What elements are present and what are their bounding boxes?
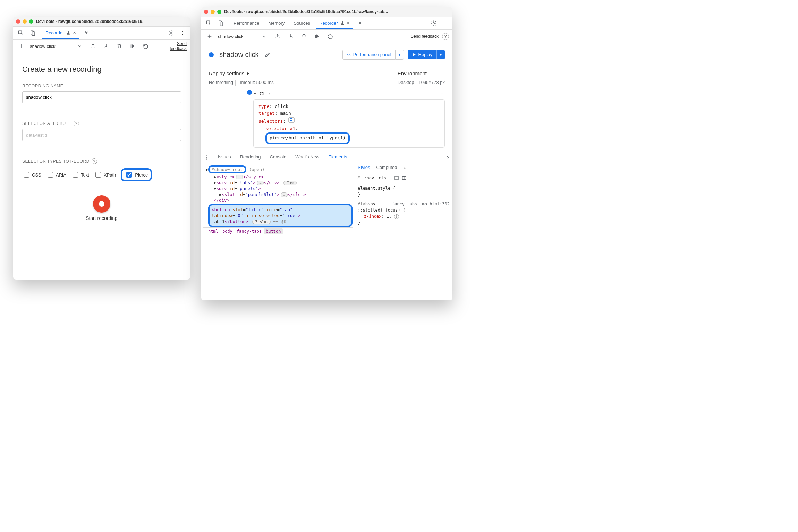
- device-icon[interactable]: [28, 28, 37, 38]
- flask-icon: [340, 20, 345, 25]
- sidebar-toggle-icon[interactable]: [401, 175, 407, 181]
- import-icon[interactable]: [286, 32, 296, 41]
- selector-type-xpath[interactable]: XPath: [94, 171, 116, 179]
- chevron-down-icon[interactable]: [75, 41, 85, 51]
- settings-row: Replay settings ▶ No throttlingTimeout: …: [201, 65, 452, 89]
- styles-pane: Styles Computed » F :hov .cls + element.…: [355, 163, 452, 246]
- send-feedback-link[interactable]: Send feedback: [169, 41, 187, 51]
- tab-sources[interactable]: Sources: [290, 18, 314, 29]
- info-icon[interactable]: i: [394, 214, 399, 219]
- tab-recorder[interactable]: Recorder ×: [316, 17, 353, 29]
- settings-icon[interactable]: [429, 18, 439, 28]
- svg-rect-9: [220, 22, 223, 26]
- kebab-icon[interactable]: [441, 19, 450, 28]
- svg-point-18: [206, 155, 207, 156]
- elements-dom-tree[interactable]: ▼#shadow-root (open) ▶<style>…</style> ▶…: [201, 163, 355, 246]
- active-dot-icon: [209, 52, 214, 57]
- dom-breadcrumbs[interactable]: htmlbodyfancy-tabsbutton: [203, 227, 353, 235]
- import-icon[interactable]: [101, 41, 111, 51]
- source-link[interactable]: fancy-tabs-…mo.html:302: [392, 201, 450, 207]
- devtools-window-left: DevTools - rawgit.com/ebidel/2d2bb0cdec3…: [13, 17, 190, 280]
- step-over-icon[interactable]: [128, 41, 137, 51]
- svg-point-11: [445, 21, 445, 22]
- svg-rect-23: [402, 176, 406, 179]
- help-icon[interactable]: ?: [92, 158, 97, 164]
- svg-rect-21: [255, 220, 257, 222]
- select-element-icon[interactable]: [288, 117, 295, 123]
- more-tabs-icon[interactable]: [355, 18, 365, 28]
- drawer-close-icon[interactable]: ×: [447, 155, 450, 160]
- traffic-zoom[interactable]: [29, 19, 33, 24]
- flex-editor-icon[interactable]: [394, 175, 399, 181]
- edit-icon[interactable]: [263, 50, 272, 60]
- environment-label: Environment: [398, 70, 445, 76]
- traffic-close[interactable]: [16, 19, 20, 24]
- selector-type-aria[interactable]: ARIA: [46, 171, 66, 179]
- tab-performance[interactable]: Performance: [230, 18, 263, 29]
- replay-loop-icon[interactable]: [325, 32, 335, 41]
- page-title: Create a new recording: [22, 65, 181, 74]
- replay-button[interactable]: Replay ▾: [408, 50, 445, 59]
- drawer-tab-rendering[interactable]: Rendering: [239, 152, 262, 162]
- drawer-tab-elements[interactable]: Elements: [328, 152, 348, 162]
- step-kebab-icon[interactable]: [439, 91, 445, 96]
- traffic-close[interactable]: [204, 10, 208, 14]
- timeout-value: Timeout: 5000 ms: [238, 80, 274, 85]
- more-tabs-icon[interactable]: [82, 28, 91, 38]
- add-icon[interactable]: [205, 32, 214, 41]
- filter-input[interactable]: F: [357, 175, 359, 180]
- selector-type-pierce[interactable]: [126, 172, 132, 178]
- selector-type-text[interactable]: Text: [71, 171, 89, 179]
- gauge-icon: [346, 52, 351, 57]
- send-feedback-link[interactable]: Send feedback: [411, 34, 439, 39]
- drawer-tab-whatsnew[interactable]: What's New: [295, 152, 320, 162]
- performance-panel-button[interactable]: Performance panel ▾: [342, 50, 404, 60]
- timeline-dot-icon: [247, 90, 252, 95]
- start-recording-button[interactable]: [93, 195, 110, 213]
- expand-icon[interactable]: ▼: [253, 92, 257, 95]
- tab-memory[interactable]: Memory: [265, 18, 288, 29]
- svg-point-12: [445, 23, 445, 24]
- help-icon[interactable]: ?: [74, 121, 79, 126]
- recording-name-input[interactable]: [22, 91, 181, 103]
- export-icon[interactable]: [273, 32, 282, 41]
- tab-label: Recorder: [45, 30, 64, 35]
- replay-settings-label[interactable]: Replay settings ▶: [209, 70, 274, 76]
- delete-icon[interactable]: [114, 41, 124, 51]
- step-over-icon[interactable]: [312, 32, 322, 41]
- device-icon[interactable]: [216, 18, 226, 28]
- computed-tab[interactable]: Computed: [376, 163, 397, 172]
- traffic-minimize[interactable]: [211, 10, 215, 14]
- styles-tab[interactable]: Styles: [358, 163, 370, 172]
- style-rule[interactable]: element.style {: [358, 185, 450, 191]
- help-icon[interactable]: ?: [442, 33, 449, 40]
- hov-toggle[interactable]: :hov: [364, 175, 374, 180]
- svg-point-4: [182, 31, 183, 32]
- svg-point-13: [445, 25, 445, 25]
- chevron-down-icon[interactable]: [260, 32, 269, 41]
- drawer-tab-console[interactable]: Console: [269, 152, 287, 162]
- add-icon[interactable]: [17, 41, 26, 51]
- inspect-icon[interactable]: [16, 28, 26, 38]
- close-tab-icon[interactable]: ×: [347, 20, 350, 26]
- cls-toggle[interactable]: .cls: [376, 175, 386, 180]
- selector-attribute-input[interactable]: [22, 129, 181, 141]
- drawer-kebab-icon[interactable]: [204, 155, 210, 160]
- inspect-icon[interactable]: [204, 18, 214, 28]
- devtools-window-right: DevTools - rawgit.com/ebidel/2d2bb0cdec3…: [201, 7, 452, 300]
- replay-icon[interactable]: [141, 41, 151, 51]
- delete-icon[interactable]: [299, 32, 309, 41]
- settings-icon[interactable]: [167, 28, 176, 38]
- traffic-minimize[interactable]: [23, 19, 27, 24]
- tab-recorder[interactable]: Recorder ×: [42, 27, 79, 39]
- add-rule-icon[interactable]: +: [388, 174, 392, 181]
- kebab-icon[interactable]: [178, 28, 187, 37]
- selector-types-label: SELECTOR TYPES TO RECORD?: [22, 158, 181, 164]
- close-tab-icon[interactable]: ×: [73, 30, 76, 35]
- more-tabs-icon[interactable]: »: [403, 165, 406, 170]
- drawer-tab-issues[interactable]: Issues: [217, 152, 232, 162]
- pierce-selector-value: pierce/button:nth-of-type(1): [265, 132, 350, 144]
- export-icon[interactable]: [88, 41, 98, 51]
- selector-type-css[interactable]: CSS: [22, 171, 41, 179]
- traffic-zoom[interactable]: [217, 10, 221, 14]
